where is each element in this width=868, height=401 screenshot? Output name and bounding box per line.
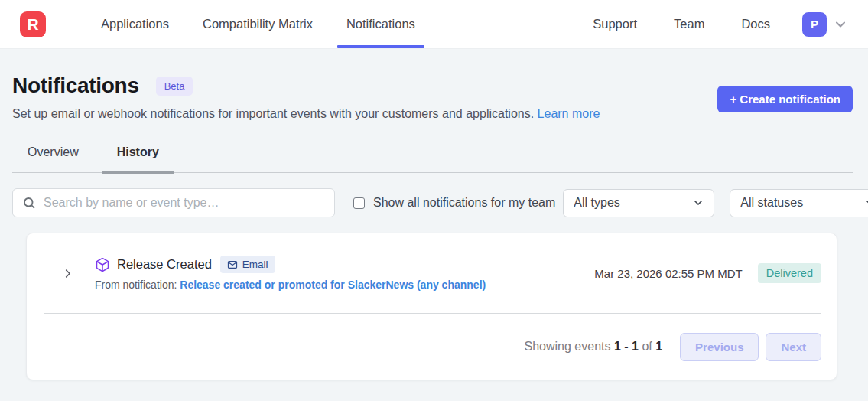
avatar[interactable]: P [802,12,827,37]
tab-history[interactable]: History [115,138,161,172]
search-input[interactable] [44,196,325,210]
nav-item-label: Compatibility Matrix [203,17,313,31]
beta-badge: Beta [156,77,193,96]
active-tab-underline [102,171,174,174]
tab-bar: Overview History [12,138,853,173]
nav-item-support[interactable]: Support [574,17,655,31]
event-main: Release Created Email From notification:… [95,256,486,291]
pagination-row: Showing events 1 - 1 of 1 Previous Next [27,314,837,380]
expand-row-button[interactable] [59,265,76,282]
chevron-down-icon[interactable] [833,17,848,32]
show-team-checkbox[interactable] [353,197,365,209]
type-filter-value: All types [574,196,619,210]
nav-item-label: Applications [101,17,169,31]
events-card: Release Created Email From notification:… [26,233,837,380]
type-filter-select[interactable]: All types [563,189,714,217]
primary-nav: Applications Compatibility Matrix Notifi… [84,0,432,48]
package-icon [95,257,110,272]
pagination-range: 1 - 1 [614,340,639,353]
chevron-down-icon [692,197,704,209]
notifications-page: Notifications Beta + Create notification… [0,73,868,380]
show-team-label[interactable]: Show all notifications for my team [373,196,555,210]
top-nav: R Applications Compatibility Matrix Noti… [0,0,868,49]
event-title-line: Release Created Email [95,256,486,273]
nav-item-notifications[interactable]: Notifications [330,0,432,48]
tab-overview[interactable]: Overview [26,138,80,172]
event-source-line: From notification: Release created or pr… [95,279,486,291]
nav-item-team[interactable]: Team [655,17,723,31]
filters-row: Show all notifications for my team All t… [12,188,853,217]
source-notification-link[interactable]: Release created or promoted for SlackerN… [180,279,486,291]
secondary-nav: Support Team Docs P [574,0,848,48]
tab-label: Overview [28,145,79,158]
tab-label: History [117,145,159,158]
page-description-text: Set up email or webhook notifications fo… [12,107,534,120]
status-filter-select[interactable]: All statuses [730,189,868,217]
page-title: Notifications [12,73,139,98]
next-page-button[interactable]: Next [766,333,821,361]
chevron-down-icon [864,197,868,209]
create-notification-button[interactable]: + Create notification [717,86,853,112]
pagination-prefix: Showing events [525,340,611,353]
chevron-right-icon [62,268,73,279]
nav-item-docs[interactable]: Docs [723,17,788,31]
status-filter-value: All statuses [740,196,803,210]
nav-item-label: Support [593,17,637,31]
event-timestamp: Mar 23, 2026 02:55 PM MDT [594,267,742,280]
nav-item-label: Team [674,17,704,31]
previous-page-button[interactable]: Previous [680,333,759,361]
event-meta: Mar 23, 2026 02:55 PM MDT Delivered [594,263,821,283]
event-row: Release Created Email From notification:… [27,233,837,313]
nav-item-label: Docs [741,17,770,31]
nav-item-applications[interactable]: Applications [84,0,186,48]
event-name: Release Created [117,257,212,272]
channel-badge-label: Email [242,259,268,270]
search-box[interactable] [12,188,335,217]
pagination-summary: Showing events 1 - 1 of 1 [525,340,663,354]
status-badge: Delivered [758,263,821,283]
app-logo[interactable]: R [20,11,46,37]
email-icon [227,259,238,270]
pagination-of: of [642,340,652,353]
team-filter: Show all notifications for my team [353,196,555,210]
search-icon [22,196,36,210]
nav-item-compatibility-matrix[interactable]: Compatibility Matrix [186,0,330,48]
from-notification-label: From notification: [95,279,177,291]
active-nav-underline [337,45,424,48]
nav-item-label: Notifications [346,17,415,31]
learn-more-link[interactable]: Learn more [538,107,600,120]
channel-badge: Email [220,256,275,273]
pagination-total: 1 [655,340,662,353]
